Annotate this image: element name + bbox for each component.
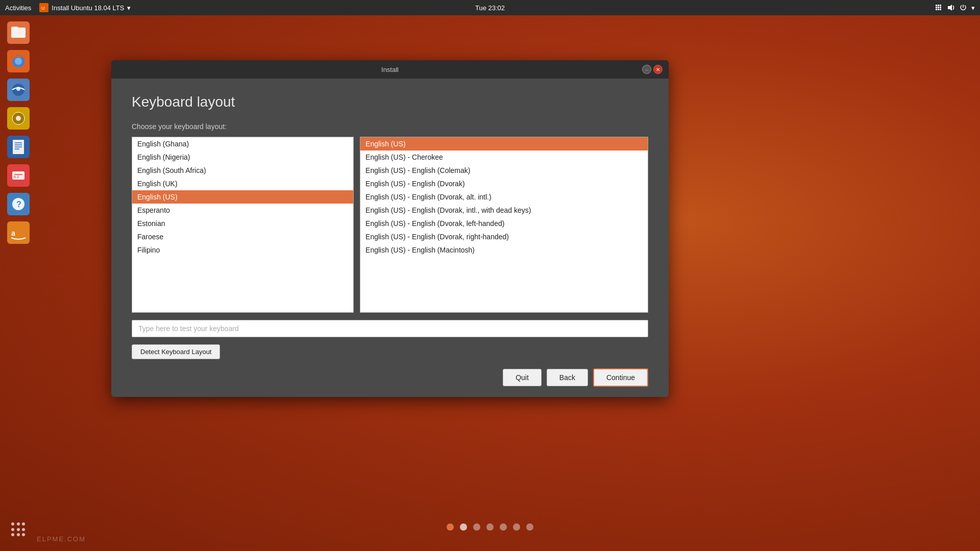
lang-item-nigeria[interactable]: English (Nigeria) [132,151,353,164]
progress-dot-7 [526,523,533,531]
show-apps-button[interactable] [7,518,30,541]
activities-button[interactable]: Activities [5,4,31,12]
lists-container: English (Ghana) English (Nigeria) Englis… [132,137,648,313]
progress-dot-4 [486,523,494,531]
layout-label: Choose your keyboard layout: [132,122,648,131]
variant-list[interactable]: English (US) English (US) - Cherokee Eng… [360,137,648,313]
watermark: ELPME.COM [37,535,86,543]
svg-rect-10 [940,9,941,10]
progress-dot-6 [513,523,520,531]
lang-item-uk[interactable]: English (UK) [132,177,353,190]
dock-item-software[interactable]: A Z [6,163,31,188]
page-title: Keyboard layout [132,94,648,110]
progress-indicator [447,523,533,531]
window-content: Keyboard layout Choose your keyboard lay… [111,79,669,397]
clock: Tue 23:02 [475,4,505,12]
language-list[interactable]: English (Ghana) English (Nigeria) Englis… [132,137,354,313]
dock-item-disk-utility[interactable] [6,106,31,131]
apps-grid-dot [17,533,20,536]
keyboard-test-input[interactable] [132,320,648,337]
detect-keyboard-button[interactable]: Detect Keyboard Layout [132,344,220,359]
top-panel: Activities U Install Ubuntu 18.04 LTS ▾ … [0,0,980,15]
dock-item-amazon[interactable]: a [6,220,31,245]
apps-grid-dot [11,533,14,536]
svg-marker-11 [948,5,952,11]
lang-item-estonian[interactable]: Estonian [132,217,353,230]
variant-item-dvorak-right[interactable]: English (US) - English (Dvorak, right-ha… [360,230,648,243]
variant-item-cherokee[interactable]: English (US) - Cherokee [360,151,648,164]
svg-rect-2 [936,5,937,6]
svg-rect-7 [940,7,941,8]
svg-text:U: U [41,6,45,11]
apps-grid-dot [22,528,25,531]
svg-rect-8 [936,9,937,10]
lang-item-esperanto[interactable]: Esperanto [132,204,353,217]
apps-grid-dot [22,522,25,525]
variant-item-colemak[interactable]: English (US) - English (Colemak) [360,164,648,177]
dock-item-files[interactable] [6,20,31,45]
svg-text:a: a [11,229,15,237]
svg-point-23 [16,116,21,121]
dock: A Z ? a [0,15,37,551]
progress-dot-1 [447,523,454,531]
progress-dot-5 [500,523,507,531]
window-controls: – ✕ [642,65,663,74]
minimize-button[interactable]: – [642,65,651,74]
apps-grid-dot [17,522,20,525]
dock-item-firefox[interactable] [6,49,31,73]
power-icon[interactable] [959,4,967,12]
window-titlebar: Install – ✕ [111,60,669,79]
apps-grid-dot [11,522,14,525]
lang-item-us[interactable]: English (US) [132,190,353,204]
close-button[interactable]: ✕ [653,65,663,74]
app-indicator-icon: U [39,3,48,12]
app-indicator-label: Install Ubuntu 18.04 LTS [52,4,124,12]
dock-item-writer[interactable] [6,135,31,159]
dock-item-thunderbird[interactable] [6,78,31,102]
lang-item-faroese[interactable]: Faroese [132,230,353,243]
progress-dot-2 [460,523,467,531]
svg-rect-3 [938,5,939,6]
lang-item-ghana[interactable]: English (Ghana) [132,137,353,151]
system-tray: ▾ [935,4,975,12]
continue-button[interactable]: Continue [593,368,648,387]
apps-grid-dot [17,528,20,531]
progress-dot-3 [473,523,480,531]
lang-item-filipino[interactable]: Filipino [132,243,353,257]
bottom-nav: Quit Back Continue [132,368,648,387]
back-button[interactable]: Back [547,369,588,386]
svg-rect-9 [938,9,939,10]
system-menu-arrow[interactable]: ▾ [971,4,975,12]
svg-rect-4 [940,5,941,6]
svg-rect-5 [936,7,937,8]
install-window: Install – ✕ Keyboard layout Choose your … [111,60,669,397]
svg-rect-6 [938,7,939,8]
app-indicator-arrow: ▾ [127,4,131,12]
svg-text:A Z: A Z [13,174,19,179]
variant-item-dvorak-left[interactable]: English (US) - English (Dvorak, left-han… [360,217,648,230]
svg-text:?: ? [16,200,21,209]
variant-item-macintosh[interactable]: English (US) - English (Macintosh) [360,243,648,257]
variant-item-us[interactable]: English (US) [360,137,648,151]
svg-rect-13 [11,28,26,38]
lang-item-south-africa[interactable]: English (South Africa) [132,164,353,177]
window-title: Install [381,66,399,73]
svg-rect-14 [11,27,18,29]
apps-grid-dot [22,533,25,536]
variant-item-dvorak-alt[interactable]: English (US) - English (Dvorak, alt. int… [360,190,648,204]
quit-button[interactable]: Quit [503,369,542,386]
svg-point-17 [15,58,22,65]
app-indicator[interactable]: U Install Ubuntu 18.04 LTS ▾ [39,3,131,12]
variant-item-dvorak[interactable]: English (US) - English (Dvorak) [360,177,648,190]
volume-icon[interactable] [947,4,955,12]
svg-rect-37 [7,221,30,244]
apps-grid-dot [11,528,14,531]
dock-item-help[interactable]: ? [6,192,31,216]
variant-item-dvorak-intl[interactable]: English (US) - English (Dvorak, intl., w… [360,204,648,217]
network-icon[interactable] [935,4,943,12]
svg-point-20 [16,87,20,91]
